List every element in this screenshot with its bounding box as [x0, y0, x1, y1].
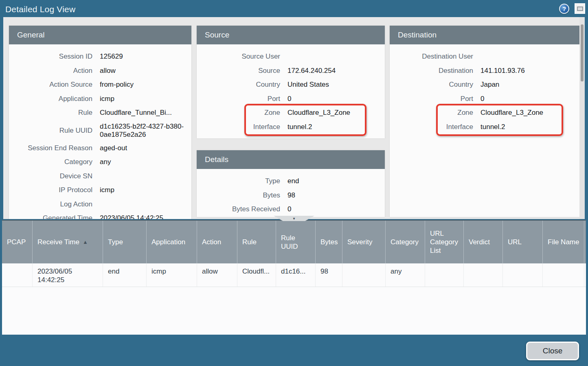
- column-label: File Name: [548, 238, 579, 246]
- field-label: Action Source: [9, 81, 92, 89]
- cell-type: end: [103, 263, 147, 287]
- details-panel-header: Details: [197, 150, 385, 169]
- general-row-ip-protocol: IP Protocol icmp: [9, 183, 191, 197]
- destination-row-zone: Zone Cloudflare_L3_Zone: [390, 106, 580, 120]
- cell-category: any: [386, 263, 425, 287]
- column-label: URL Category List: [430, 229, 460, 255]
- field-value: Japan: [480, 81, 580, 89]
- column-header-action[interactable]: Action: [197, 221, 237, 263]
- help-icon[interactable]: ?: [559, 4, 569, 14]
- field-value: Cloudflare_L3_Zone: [480, 109, 580, 117]
- general-panel: General Session ID 125629 Action allow A…: [9, 26, 191, 219]
- field-value: 0: [287, 95, 385, 103]
- field-value: 2023/06/05 14:42:25: [100, 214, 191, 219]
- field-label: Log Action: [9, 200, 92, 208]
- column-header-category[interactable]: Category: [386, 221, 425, 263]
- close-button[interactable]: Close: [526, 342, 579, 360]
- cell-bytes: 98: [316, 263, 342, 287]
- destination-row-port: Port 0: [390, 92, 580, 106]
- column-header-application[interactable]: Application: [147, 221, 197, 263]
- cell-file-name: [543, 263, 584, 287]
- field-label: Generated Time: [9, 214, 92, 219]
- destination-row-interface: Interface tunnel.2: [390, 120, 580, 134]
- details-row-type: Type end: [197, 174, 385, 188]
- field-label: Zone: [197, 109, 280, 117]
- destination-panel-header: Destination: [390, 26, 580, 44]
- help-glyph: ?: [562, 5, 566, 12]
- field-label: Type: [197, 177, 280, 185]
- destination-row-country: Country Japan: [390, 78, 580, 92]
- cell-pcap: [2, 263, 33, 287]
- column-header-type[interactable]: Type: [103, 221, 147, 263]
- field-label: Action: [9, 67, 92, 75]
- column-header-rule-uuid[interactable]: Rule UUID: [276, 221, 316, 263]
- general-row-application: Application icmp: [9, 92, 191, 106]
- general-row-device-sn: Device SN: [9, 169, 191, 184]
- cell-url: [503, 263, 543, 287]
- field-value: d1c16235-b2f2-4327-b380-0ae1875e2a26: [100, 123, 191, 139]
- field-value: tunnel.2: [287, 123, 385, 131]
- column-header-bytes[interactable]: Bytes: [316, 221, 342, 263]
- general-row-rule: Rule Cloudflare_Tunnel_Bi...: [9, 106, 191, 120]
- field-label: Category: [9, 158, 92, 166]
- general-row-category: Category any: [9, 155, 191, 169]
- source-row-country: Country United States: [197, 78, 385, 92]
- scrollbar-thumb[interactable]: [581, 24, 584, 81]
- general-row-log-action: Log Action: [9, 197, 191, 212]
- window-restore-icon[interactable]: [575, 3, 585, 14]
- source-row-source: Source 172.64.240.254: [197, 64, 385, 78]
- field-value: Cloudflare_L3_Zone: [287, 109, 385, 117]
- field-value: tunnel.2: [480, 123, 580, 131]
- field-value: 141.101.93.76: [480, 67, 580, 75]
- field-label: Bytes: [197, 191, 280, 199]
- column-label: Severity: [347, 238, 372, 246]
- general-row-generated-time: Generated Time 2023/06/05 14:42:25: [9, 211, 191, 219]
- destination-panel: Destination Destination User Destination…: [390, 26, 580, 217]
- field-label: Interface: [197, 123, 280, 131]
- log-table-header: PCAP Receive Time▲ Type Application Acti…: [2, 221, 586, 263]
- general-row-action: Action allow: [9, 64, 191, 78]
- column-header-url[interactable]: URL: [503, 221, 543, 263]
- column-label: Rule: [242, 238, 257, 246]
- field-value: icmp: [100, 186, 191, 194]
- column-header-verdict[interactable]: Verdict: [464, 221, 503, 263]
- source-row-port: Port 0: [197, 92, 385, 106]
- field-value: allow: [100, 67, 191, 75]
- column-label: Verdict: [469, 238, 490, 246]
- field-value: icmp: [100, 95, 191, 103]
- general-row-action-source: Action Source from-policy: [9, 78, 191, 92]
- column-label: Receive Time: [37, 238, 79, 246]
- destination-row-destination-user: Destination User: [390, 50, 580, 64]
- field-label: Session ID: [9, 53, 92, 61]
- general-row-session-end-reason: Session End Reason aged-out: [9, 141, 191, 156]
- log-table: PCAP Receive Time▲ Type Application Acti…: [2, 220, 586, 335]
- field-label: Source: [197, 67, 280, 75]
- chevron-down-icon: ▾: [293, 217, 295, 221]
- field-value: end: [287, 177, 385, 185]
- column-header-pcap[interactable]: PCAP: [2, 221, 33, 263]
- field-label: Country: [197, 81, 280, 89]
- column-header-receive-time[interactable]: Receive Time▲: [33, 221, 103, 263]
- vertical-scrollbar[interactable]: [579, 17, 585, 219]
- column-label: Application: [151, 238, 185, 246]
- table-row[interactable]: 2023/06/05 14:42:25 end icmp allow Cloud…: [2, 263, 586, 287]
- cell-application: icmp: [147, 263, 197, 287]
- field-value: 0: [287, 205, 385, 213]
- field-label: Source User: [197, 53, 280, 61]
- field-label: Zone: [390, 109, 473, 117]
- field-value: 125629: [100, 53, 191, 61]
- column-label: Bytes: [320, 238, 338, 246]
- column-label: Action: [202, 238, 221, 246]
- column-header-rule[interactable]: Rule: [237, 221, 276, 263]
- field-label: Country: [390, 81, 473, 89]
- column-header-severity[interactable]: Severity: [342, 221, 386, 263]
- window-glyph: [577, 7, 583, 11]
- general-row-session-id: Session ID 125629: [9, 50, 191, 64]
- column-header-file-name[interactable]: File Name: [543, 221, 584, 263]
- field-label: Destination: [390, 67, 473, 75]
- source-row-source-user: Source User: [197, 50, 385, 64]
- field-label: IP Protocol: [9, 186, 92, 194]
- destination-row-destination: Destination 141.101.93.76: [390, 64, 580, 78]
- column-header-url-category-list[interactable]: URL Category List: [425, 221, 464, 263]
- field-label: Device SN: [9, 172, 92, 180]
